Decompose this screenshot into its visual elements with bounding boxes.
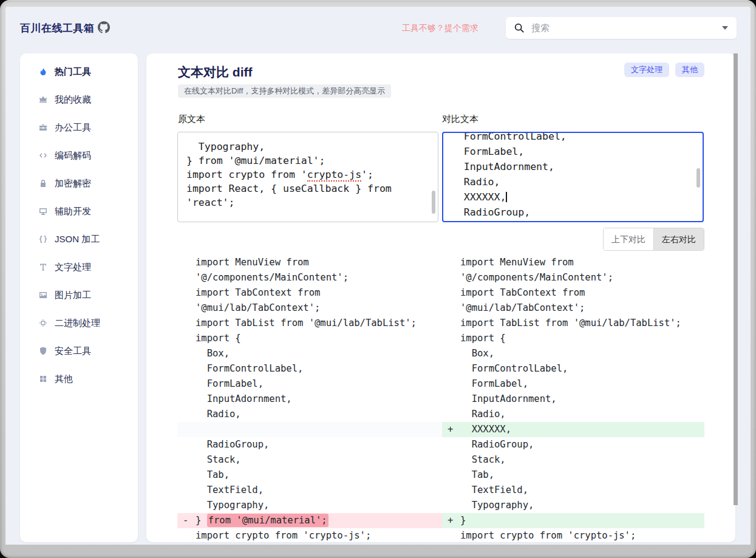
top-bottom-diff-button[interactable]: 上下对比 [604,228,653,250]
sidebar-item-9[interactable]: 图片加工 [20,281,138,309]
diff-row-ctx: import TabContext from [177,285,442,301]
diff-code: Typography, [460,498,534,513]
diff-row-empty [177,422,442,437]
monitor-icon [38,206,48,216]
diff-row-ctx: FormControlLabel, [442,361,704,376]
sidebar-item-label: 辅助开发 [55,206,91,217]
diff-row-ctx: Box, [442,346,704,361]
diff-code: } [460,513,466,528]
sidebar-item-1[interactable]: 热门工具 [20,58,138,86]
textarea-line: Radio, [452,174,694,189]
compare-text-label: 对比文本 [442,114,478,125]
textarea-line: FormControlLabel, [452,133,694,144]
diff-row-ctx: Radio, [177,407,442,422]
search-icon [514,22,525,33]
diff-code: import crypto from 'crypto-js'; [460,528,636,542]
sidebar-item-8[interactable]: 文字处理 [20,253,138,281]
diff-code: import TabContext from [196,285,320,301]
sidebar-item-3[interactable]: 办公工具 [20,114,138,141]
sidebar-item-11[interactable]: 安全工具 [20,337,138,365]
diff-row-ctx: FormLabel, [177,376,442,392]
original-textarea-scrollbar[interactable] [432,191,435,214]
braces-icon [38,234,48,244]
sidebar-item-10[interactable]: 二进制处理 [20,309,138,337]
sidebar-item-4[interactable]: 编码解码 [20,141,138,169]
shield-icon [38,346,48,356]
diff-code: '@mui/lab/TabContext'; [196,301,320,316]
textarea-line: import React, { useCallback } from [186,182,429,196]
textarea-line: XXXXXX, [452,189,694,205]
github-icon[interactable] [98,21,110,33]
diff-code: FormControlLabel, [460,361,568,376]
diff-code: Stack, [460,452,506,468]
app-window: 百川在线工具箱 工具不够？提个需求 搜索 热门工具我的收藏办公工具编码解码加密解… [0,0,756,558]
diff-mode-button-group: 上下对比左右对比 [603,228,704,251]
diff-row-ctx: InputAdornment, [442,392,704,407]
diff-row-ctx: import TabList from '@mui/lab/TabList'; [177,316,442,331]
diff-row-ctx: Typography, [442,498,704,513]
diff-row-ctx: import crypto from 'crypto-js'; [442,528,704,542]
diff-row-ctx: '@mui/lab/TabContext'; [442,301,704,316]
diff-row-ctx: import MenuView from [177,255,442,270]
diff-code: import { [460,331,506,346]
diff-row-ctx: Typography, [177,498,442,513]
top-header: 百川在线工具箱 工具不够？提个需求 搜索 [5,7,751,49]
text-cursor [506,192,507,202]
sidebar-item-label: 加密解密 [55,178,91,189]
diff-row-ctx: import { [177,331,442,346]
tool-description: 在线文本对比Diff，支持多种对比模式，差异部分高亮显示 [178,84,391,98]
diff-row-add: +} [442,513,704,528]
diff-code: import TabList from '@mui/lab/TabList'; [460,316,681,331]
briefcase-icon [38,123,48,132]
diff-code: Radio, [460,407,506,422]
sidebar: 热门工具我的收藏办公工具编码解码加密解密辅助开发JSON 加工文字处理图片加工二… [20,53,138,542]
category-tag[interactable]: 其他 [675,63,704,77]
diff-code: import { [196,331,241,346]
diff-row-ctx: RadioGroup, [442,437,704,452]
category-tag[interactable]: 文字处理 [624,63,669,77]
search-placeholder: 搜索 [531,22,550,34]
diff-code: FormLabel, [460,376,528,392]
diff-row-ctx: '@/components/MainContent'; [442,270,704,285]
sidebar-item-12[interactable]: 其他 [20,365,138,393]
sidebar-item-7[interactable]: JSON 加工 [20,225,138,253]
sidebar-item-6[interactable]: 辅助开发 [20,197,138,225]
original-text-label: 原文本 [178,114,205,125]
diff-code: Tab, [196,468,230,483]
request-tool-link[interactable]: 工具不够？提个需求 [402,23,478,34]
textarea-line: 'react'; [186,196,429,209]
sidebar-item-2[interactable]: 我的收藏 [20,86,138,114]
diff-code: InputAdornment, [196,392,292,407]
lock-icon [38,179,48,188]
diff-code: Stack, [196,452,241,468]
diff-row-ctx: '@/components/MainContent'; [177,270,442,285]
sidebar-item-label: 安全工具 [55,345,91,357]
main-panel: 文本对比 diff 文字处理其他 在线文本对比Diff，支持多种对比模式，差异部… [146,53,735,542]
tool-title: 文本对比 diff [178,64,252,81]
diff-code: TextField, [196,483,264,498]
sidebar-item-5[interactable]: 加密解密 [20,169,138,197]
diff-code: FormControlLabel, [196,361,303,376]
diff-code: RadioGroup, [196,437,269,452]
chevron-down-icon[interactable] [722,26,728,30]
side-by-side-diff-button[interactable]: 左右对比 [653,228,704,250]
page-scrollbar-thumb[interactable] [734,53,738,505]
search-box[interactable]: 搜索 [506,17,737,39]
compare-textarea-scrollbar[interactable] [696,168,700,188]
diff-code: import TabList from '@mui/lab/TabList'; [196,316,417,331]
original-textarea[interactable]: Typography,} from '@mui/material';import… [177,132,438,222]
site-title: 百川在线工具箱 [20,21,95,35]
diff-row-ctx: RadioGroup, [177,437,442,452]
diff-code: '@/components/MainContent'; [196,270,349,285]
spellcheck-underline: crypto-js [307,169,361,182]
diff-row-del: -} from '@mui/material'; [177,513,442,528]
diff-code: TextField, [460,483,528,498]
sidebar-item-label: 文字处理 [55,262,91,273]
diff-code: XXXXXX, [460,422,511,437]
compare-textarea[interactable]: FormControlLabel, FormLabel, InputAdornm… [442,132,704,222]
diff-row-ctx: TextField, [177,483,442,498]
image-icon [38,290,48,300]
sidebar-item-label: 办公工具 [55,122,91,134]
diff-row-ctx: import { [442,331,704,346]
diff-view: import MenuView from'@/components/MainCo… [177,255,704,542]
